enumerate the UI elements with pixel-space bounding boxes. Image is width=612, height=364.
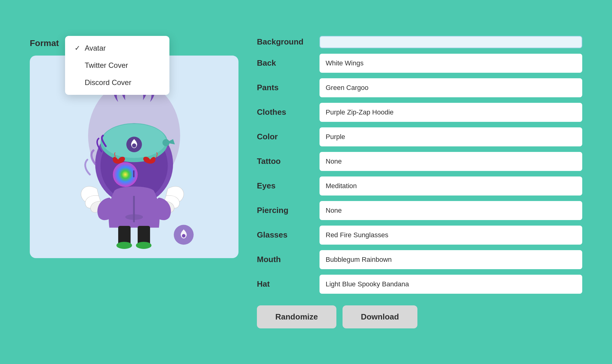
trait-row-hat: Hat Light Blue Spooky Bandana bbox=[257, 275, 582, 294]
trait-row-back: Back White Wings bbox=[257, 54, 582, 73]
trait-label-mouth: Mouth bbox=[257, 255, 312, 264]
right-panel: Background Back White Wings Pants Green … bbox=[257, 36, 582, 328]
svg-point-15 bbox=[136, 242, 152, 249]
trait-value-clothes[interactable]: Purple Zip-Zap Hoodie bbox=[320, 103, 582, 122]
trait-value-hat[interactable]: Light Blue Spooky Bandana bbox=[320, 275, 582, 294]
trait-row-piercing: Piercing None bbox=[257, 201, 582, 220]
svg-point-14 bbox=[116, 242, 132, 249]
format-row: Format ✓ Avatar ✓ Twitter Cover ✓ Discor… bbox=[30, 36, 238, 48]
trait-label-pants: Pants bbox=[257, 83, 312, 92]
trait-label-glasses: Glasses bbox=[257, 230, 312, 240]
format-option-twitter-label: Twitter Cover bbox=[85, 61, 128, 70]
trait-value-background[interactable] bbox=[320, 36, 582, 48]
randomize-button[interactable]: Randomize bbox=[257, 305, 336, 328]
format-option-twitter[interactable]: ✓ Twitter Cover bbox=[65, 57, 169, 74]
trait-row-tattoo: Tattoo None bbox=[257, 152, 582, 171]
trait-value-mouth[interactable]: Bubblegum Rainbown bbox=[320, 250, 582, 269]
svg-point-17 bbox=[182, 234, 186, 238]
svg-point-7 bbox=[132, 143, 136, 148]
format-option-discord-label: Discord Cover bbox=[85, 78, 131, 87]
trait-label-tattoo: Tattoo bbox=[257, 157, 312, 166]
trait-label-color: Color bbox=[257, 132, 312, 141]
trait-row-glasses: Glasses Red Fire Sunglasses bbox=[257, 226, 582, 245]
format-label: Format bbox=[30, 36, 59, 48]
svg-rect-9 bbox=[133, 170, 135, 177]
trait-row-background: Background bbox=[257, 36, 582, 48]
trait-value-glasses[interactable]: Red Fire Sunglasses bbox=[320, 226, 582, 245]
checkmark-avatar: ✓ bbox=[74, 44, 81, 52]
trait-value-piercing[interactable]: None bbox=[320, 201, 582, 220]
left-panel: Format ✓ Avatar ✓ Twitter Cover ✓ Discor… bbox=[30, 36, 238, 258]
format-option-discord[interactable]: ✓ Discord Cover bbox=[65, 74, 169, 91]
trait-value-back[interactable]: White Wings bbox=[320, 54, 582, 73]
format-option-avatar[interactable]: ✓ Avatar bbox=[65, 40, 169, 57]
trait-row-mouth: Mouth Bubblegum Rainbown bbox=[257, 250, 582, 269]
download-button[interactable]: Download bbox=[343, 305, 417, 328]
trait-label-hat: Hat bbox=[257, 279, 312, 289]
format-dropdown-menu[interactable]: ✓ Avatar ✓ Twitter Cover ✓ Discord Cover bbox=[65, 36, 169, 95]
trait-value-eyes[interactable]: Meditation bbox=[320, 176, 582, 196]
trait-row-pants: Pants Green Cargoo bbox=[257, 78, 582, 97]
trait-row-clothes: Clothes Purple Zip-Zap Hoodie bbox=[257, 103, 582, 122]
trait-value-pants[interactable]: Green Cargoo bbox=[320, 78, 582, 97]
trait-row-eyes: Eyes Meditation bbox=[257, 176, 582, 196]
trait-label-back: Back bbox=[257, 58, 312, 68]
trait-label-piercing: Piercing bbox=[257, 206, 312, 215]
main-container: Format ✓ Avatar ✓ Twitter Cover ✓ Discor… bbox=[30, 36, 582, 328]
trait-label-clothes: Clothes bbox=[257, 107, 312, 117]
trait-value-tattoo[interactable]: None bbox=[320, 152, 582, 171]
trait-row-color: Color Purple bbox=[257, 127, 582, 146]
trait-label-eyes: Eyes bbox=[257, 181, 312, 191]
format-option-avatar-label: Avatar bbox=[85, 44, 106, 52]
trait-label-background: Background bbox=[257, 37, 312, 47]
buttons-row: Randomize Download bbox=[257, 305, 582, 328]
trait-value-color[interactable]: Purple bbox=[320, 127, 582, 146]
svg-point-11 bbox=[125, 214, 143, 219]
